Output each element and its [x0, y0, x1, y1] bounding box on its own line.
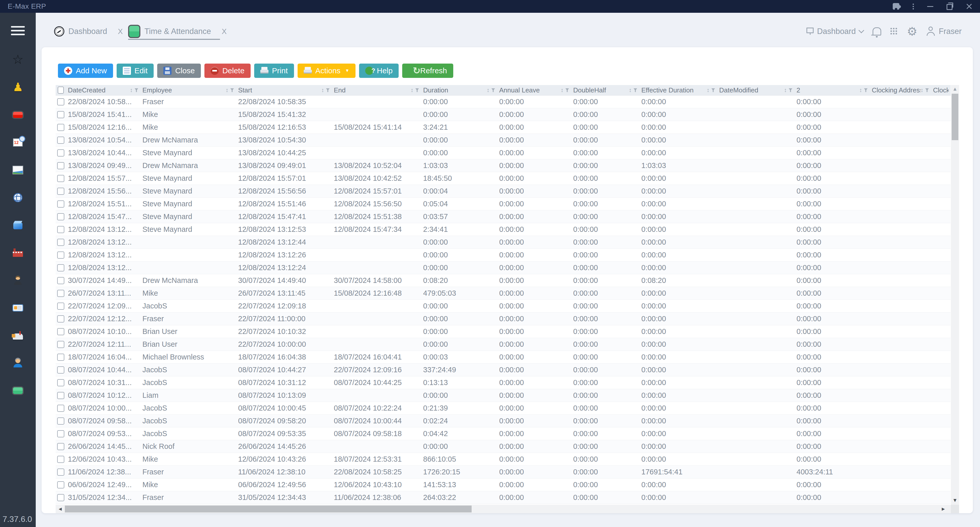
table-row[interactable]: 15/08/2024 15:41...Mike15/08/2024 15:41:… — [56, 108, 951, 121]
scroll-down-icon[interactable]: ▼ — [951, 497, 959, 503]
table-row[interactable]: 22/07/2024 12:11...Brian User22/07/2024 … — [56, 338, 951, 351]
sort-icon[interactable]: ↕ — [859, 87, 862, 93]
tab-close-icon[interactable]: X — [118, 27, 123, 36]
filter-funnel-icon[interactable] — [326, 88, 330, 92]
sort-icon[interactable]: ↕ — [321, 87, 324, 93]
user-menu[interactable]: Fraser — [926, 27, 962, 36]
table-row[interactable]: 26/07/2024 13:11...Mike26/07/2024 13:11:… — [56, 287, 951, 300]
filter-funnel-icon[interactable] — [789, 88, 792, 92]
sort-icon[interactable]: ↕ — [226, 87, 228, 93]
minimize-icon[interactable] — [927, 6, 933, 7]
table-row[interactable]: 12/08/2024 13:12...12/08/2024 13:12:440:… — [56, 236, 951, 249]
vertical-scrollbar-thumb[interactable] — [952, 94, 958, 140]
row-checkbox[interactable] — [57, 417, 64, 425]
table-row[interactable]: 22/08/2024 10:58...Fraser22/08/2024 10:5… — [56, 96, 951, 108]
table-row[interactable]: 08/07/2024 10:31...JacobS08/07/2024 10:3… — [56, 376, 951, 389]
select-all-checkbox[interactable] — [58, 86, 64, 94]
column-header-select[interactable] — [56, 85, 66, 95]
table-row[interactable]: 08/07/2024 10:12...Liam08/07/2024 10:13:… — [56, 389, 951, 402]
filter-funnel-icon[interactable] — [864, 88, 868, 92]
filter-funnel-icon[interactable] — [415, 88, 419, 92]
sort-icon[interactable]: ↕ — [561, 87, 563, 93]
row-checkbox[interactable] — [57, 430, 64, 437]
sidebar-item-support-agent[interactable] — [12, 358, 24, 368]
sidebar-item-timesheet-calendar[interactable] — [12, 138, 24, 147]
filter-funnel-icon[interactable] — [491, 88, 495, 92]
sidebar-item-employee-pawn[interactable] — [12, 83, 24, 92]
column-header-clockin[interactable]: Clockin — [931, 85, 951, 95]
sort-icon[interactable]: ↕ — [130, 87, 133, 93]
gear-icon[interactable]: ⚙ — [907, 25, 917, 37]
filter-funnel-icon[interactable] — [135, 88, 138, 92]
table-row[interactable]: 13/08/2024 10:44...Steve Maynard13/08/20… — [56, 146, 951, 159]
edit-button[interactable]: Edit — [117, 64, 154, 78]
sort-icon[interactable]: ↕ — [410, 87, 414, 93]
sidebar-item-mailbox[interactable] — [12, 331, 24, 340]
row-checkbox[interactable] — [57, 341, 64, 348]
row-checkbox[interactable] — [57, 392, 64, 399]
delete-button[interactable]: Delete — [204, 64, 251, 78]
filter-funnel-icon[interactable] — [925, 88, 929, 92]
table-row[interactable]: 06/06/2024 12:49...Mike06/06/2024 12:49:… — [56, 479, 951, 491]
table-row[interactable]: 12/08/2024 15:57...Steve Maynard12/08/20… — [56, 172, 951, 185]
row-checkbox[interactable] — [57, 98, 64, 105]
table-row[interactable]: 08/07/2024 10:00...JacobS08/07/2024 10:0… — [56, 402, 951, 415]
row-checkbox[interactable] — [57, 264, 64, 271]
row-checkbox[interactable] — [57, 111, 64, 118]
row-checkbox[interactable] — [57, 494, 64, 501]
table-row[interactable]: 22/07/2024 12:09...JacobS22/07/2024 12:0… — [56, 300, 951, 312]
row-checkbox[interactable] — [57, 481, 64, 489]
row-checkbox[interactable] — [57, 353, 64, 361]
sidebar-item-report-chart[interactable] — [12, 166, 24, 175]
table-row[interactable]: 12/08/2024 13:12...12/08/2024 13:12:240:… — [56, 261, 951, 274]
extension-icon[interactable] — [893, 3, 899, 10]
row-checkbox[interactable] — [57, 188, 64, 195]
tab-close-icon[interactable]: X — [222, 27, 227, 36]
row-checkbox[interactable] — [57, 443, 64, 450]
column-header-created[interactable]: DateCreated↕ — [66, 85, 140, 95]
sidebar-item-worker[interactable] — [12, 276, 24, 285]
column-header-clocking_address[interactable]: Clocking Address↕ — [870, 85, 931, 95]
sort-icon[interactable]: ↕ — [784, 87, 787, 93]
row-checkbox[interactable] — [57, 468, 64, 476]
sidebar-item-id-card[interactable] — [12, 303, 24, 312]
horizontal-scrollbar-thumb[interactable] — [65, 506, 472, 513]
row-checkbox[interactable] — [57, 328, 64, 335]
table-row[interactable]: 12/08/2024 15:56...Steve Maynard12/08/20… — [56, 185, 951, 197]
table-row[interactable]: 12/08/2024 15:47...Steve Maynard12/08/20… — [56, 210, 951, 223]
column-header-start[interactable]: Start↕ — [236, 85, 332, 95]
vertical-scrollbar[interactable]: ▲ ▼ — [951, 85, 959, 505]
table-row[interactable]: 22/07/2024 12:12...Fraser22/07/2024 11:0… — [56, 312, 951, 325]
add-new-button[interactable]: Add New — [58, 64, 113, 78]
sidebar-item-red-panel[interactable] — [12, 110, 24, 119]
column-header-date_modified[interactable]: DateModified↕ — [717, 85, 794, 95]
row-checkbox[interactable] — [57, 252, 64, 259]
table-row[interactable]: 11/06/2024 12:38...Fraser11/06/2024 12:3… — [56, 466, 951, 479]
scroll-left-icon[interactable]: ◄ — [58, 506, 63, 512]
sort-icon[interactable]: ↕ — [921, 87, 923, 93]
table-row[interactable]: 08/07/2024 10:44...JacobS08/07/2024 10:4… — [56, 364, 951, 376]
column-header-employee[interactable]: Employee↕ — [140, 85, 236, 95]
sort-icon[interactable]: ↕ — [629, 87, 632, 93]
column-header-effective_duration[interactable]: Effective Duration↕ — [639, 85, 717, 95]
row-checkbox[interactable] — [57, 379, 64, 386]
table-row[interactable]: 30/07/2024 14:49...Drew McNamara30/07/20… — [56, 274, 951, 287]
table-row[interactable]: 12/08/2024 13:12...Steve Maynard12/08/20… — [56, 223, 951, 236]
row-checkbox[interactable] — [57, 162, 64, 169]
row-checkbox[interactable] — [57, 137, 64, 144]
row-checkbox[interactable] — [57, 303, 64, 310]
table-row[interactable]: 08/07/2024 10:10...Brian User22/07/2024 … — [56, 325, 951, 338]
kebab-menu-icon[interactable] — [913, 3, 914, 5]
row-checkbox[interactable] — [57, 150, 64, 156]
filter-funnel-icon[interactable] — [633, 88, 637, 92]
row-checkbox[interactable] — [57, 456, 64, 463]
sidebar-item-factory[interactable] — [12, 248, 24, 257]
filter-funnel-icon[interactable] — [565, 88, 569, 92]
row-checkbox[interactable] — [57, 405, 64, 412]
row-checkbox[interactable] — [57, 366, 64, 374]
row-checkbox[interactable] — [57, 277, 64, 284]
scroll-right-icon[interactable]: ► — [941, 506, 946, 512]
restore-icon[interactable] — [947, 4, 953, 10]
row-checkbox[interactable] — [57, 239, 64, 246]
row-checkbox[interactable] — [57, 226, 64, 233]
